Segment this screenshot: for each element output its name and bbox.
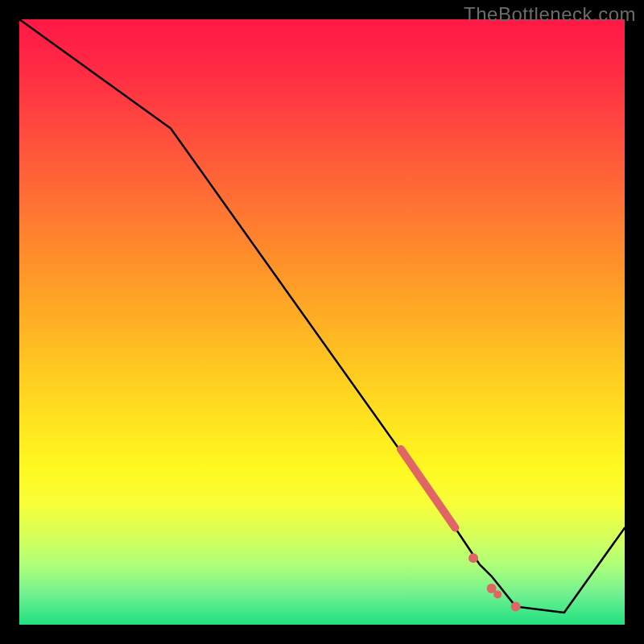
highlight-segment	[401, 449, 456, 528]
watermark-text: TheBottleneck.com	[464, 3, 636, 26]
chart-frame: TheBottleneck.com	[0, 0, 644, 644]
highlight-point	[493, 590, 502, 598]
highlight-point	[511, 601, 521, 611]
chart-overlay	[19, 19, 625, 625]
highlight-point	[469, 553, 478, 563]
bottleneck-curve-line	[19, 19, 625, 613]
